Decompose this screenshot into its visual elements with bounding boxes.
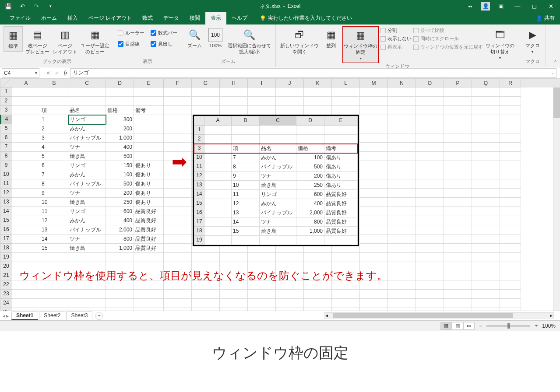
cell[interactable]: [40, 290, 68, 299]
cell[interactable]: [164, 225, 192, 234]
ribbon-display-icon[interactable]: ▣: [495, 2, 507, 10]
cell[interactable]: [304, 97, 332, 106]
scrollbar-thumb[interactable]: [333, 313, 513, 318]
cell[interactable]: [388, 161, 416, 170]
cell[interactable]: [472, 170, 500, 179]
cell[interactable]: 傷あり: [134, 179, 164, 189]
cell[interactable]: [134, 97, 164, 106]
cell[interactable]: [444, 216, 472, 225]
column-header[interactable]: I: [248, 79, 276, 88]
row-header[interactable]: 8: [0, 152, 12, 161]
arrange-button[interactable]: ▦整列: [321, 26, 341, 51]
cell[interactable]: [106, 97, 134, 106]
cell[interactable]: [444, 97, 472, 106]
column-header[interactable]: M: [360, 79, 388, 88]
cell[interactable]: [500, 88, 521, 97]
cell[interactable]: [360, 225, 388, 234]
cell[interactable]: [416, 88, 444, 97]
cell[interactable]: [416, 271, 444, 280]
cell[interactable]: [276, 106, 304, 115]
cell[interactable]: [416, 106, 444, 115]
cell[interactable]: 150: [106, 161, 134, 170]
cell[interactable]: [192, 106, 220, 115]
cell[interactable]: [12, 225, 40, 234]
zoom-in-button[interactable]: +: [535, 323, 538, 329]
worksheet-grid[interactable]: ABCDEFGHIJKLMNOPQR 123項品名価格備考41リンゴ30052み…: [0, 79, 560, 311]
cell[interactable]: [500, 170, 521, 179]
fx-icon[interactable]: fx: [61, 70, 70, 76]
cell[interactable]: [134, 143, 164, 152]
cell[interactable]: [12, 133, 40, 143]
cell[interactable]: [388, 207, 416, 216]
cell[interactable]: [164, 234, 192, 244]
gridlines-checkbox[interactable]: 目盛線: [118, 41, 144, 47]
cell[interactable]: [472, 198, 500, 207]
cell[interactable]: [500, 244, 521, 253]
cell[interactable]: [248, 106, 276, 115]
row-header[interactable]: 18: [0, 244, 12, 253]
maximize-icon[interactable]: ◻: [528, 2, 540, 10]
cell[interactable]: [360, 189, 388, 198]
cell[interactable]: 14: [40, 234, 68, 244]
cell[interactable]: [164, 244, 192, 253]
cancel-icon[interactable]: ✕: [44, 70, 53, 76]
cell[interactable]: [472, 88, 500, 97]
cell[interactable]: [416, 225, 444, 234]
tell-me-search[interactable]: 💡 実行したい作業を入力してください: [256, 12, 356, 24]
cell[interactable]: [472, 280, 500, 290]
cell[interactable]: [12, 299, 40, 308]
cell[interactable]: [416, 152, 444, 161]
cell[interactable]: 600: [106, 207, 134, 216]
cell[interactable]: [12, 290, 40, 299]
cell[interactable]: [12, 170, 40, 179]
cell[interactable]: [388, 179, 416, 189]
cell[interactable]: [500, 253, 521, 262]
cell[interactable]: [164, 133, 192, 143]
cell[interactable]: [164, 143, 192, 152]
normal-view-button[interactable]: ▦: [440, 322, 452, 330]
sheet-nav[interactable]: ◂▸: [0, 313, 11, 319]
cell[interactable]: [388, 189, 416, 198]
cell[interactable]: [332, 88, 360, 97]
cell[interactable]: 品名: [68, 106, 106, 115]
cell[interactable]: [360, 106, 388, 115]
cell[interactable]: パイナップル: [68, 225, 106, 234]
cell[interactable]: [500, 290, 521, 299]
cell[interactable]: [416, 216, 444, 225]
cell[interactable]: [444, 143, 472, 152]
cell[interactable]: [444, 225, 472, 234]
cell[interactable]: 4: [40, 143, 68, 152]
cell[interactable]: [472, 161, 500, 170]
cell[interactable]: [388, 88, 416, 97]
cell[interactable]: [388, 253, 416, 262]
row-header[interactable]: 20: [0, 262, 12, 271]
cell[interactable]: [164, 189, 192, 198]
cell[interactable]: [332, 97, 360, 106]
sheet-tab[interactable]: Sheet1: [11, 312, 38, 320]
cell[interactable]: [332, 299, 360, 308]
nav-prev-icon[interactable]: ◂: [3, 313, 5, 319]
cell[interactable]: 焼き鳥: [68, 152, 106, 161]
column-header[interactable]: K: [304, 79, 332, 88]
cell[interactable]: 400: [106, 216, 134, 225]
cell[interactable]: [444, 198, 472, 207]
cell[interactable]: [220, 253, 248, 262]
cell[interactable]: 500: [106, 179, 134, 189]
cell[interactable]: [416, 299, 444, 308]
minimize-icon[interactable]: —: [512, 2, 523, 10]
row-header[interactable]: 6: [0, 133, 12, 143]
cell[interactable]: [360, 115, 388, 124]
cell[interactable]: [12, 161, 40, 170]
cell[interactable]: [360, 161, 388, 170]
cell[interactable]: [106, 290, 134, 299]
cell[interactable]: [12, 115, 40, 124]
chevron-down-icon[interactable]: ▼: [34, 71, 38, 75]
cell[interactable]: 11: [40, 207, 68, 216]
formula-bar-checkbox[interactable]: 数式バー: [151, 30, 177, 36]
cell[interactable]: [304, 299, 332, 308]
zoom-100-button[interactable]: 100100%: [206, 26, 225, 51]
cell[interactable]: [416, 253, 444, 262]
cell[interactable]: [12, 106, 40, 115]
column-header[interactable]: B: [40, 79, 68, 88]
cell[interactable]: [416, 170, 444, 179]
